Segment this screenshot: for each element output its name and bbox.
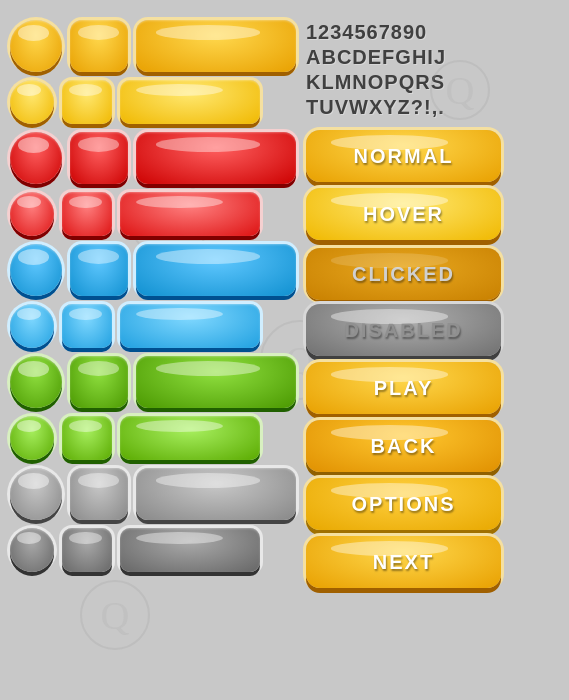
- square-red-hover[interactable]: [62, 192, 112, 236]
- square-green-hover[interactable]: [62, 416, 112, 460]
- button-row-red-normal: [10, 132, 296, 184]
- wide-gray-hover[interactable]: [120, 528, 260, 572]
- button-hover[interactable]: HOVER: [306, 188, 501, 240]
- square-gray-hover[interactable]: [62, 528, 112, 572]
- wide-blue-normal[interactable]: [136, 244, 296, 296]
- square-red-normal[interactable]: [70, 132, 128, 184]
- wide-green-hover[interactable]: [120, 416, 260, 460]
- button-row-yellow-normal: [10, 20, 296, 72]
- alphabet-display: 1234567890 ABCDEFGHIJ KLMNOPQRS TUVWXYZ?…: [306, 20, 559, 120]
- circle-blue-hover[interactable]: [10, 304, 54, 348]
- alpha-line2: ABCDEFGHIJ: [306, 45, 559, 70]
- button-grid: [10, 20, 296, 680]
- square-blue-hover[interactable]: [62, 304, 112, 348]
- wide-red-normal[interactable]: [136, 132, 296, 184]
- alpha-line4: TUVWXYZ?!,.: [306, 95, 559, 120]
- button-options[interactable]: OPTIONS: [306, 478, 501, 530]
- square-gray-normal[interactable]: [70, 468, 128, 520]
- alpha-line1: 1234567890: [306, 20, 559, 45]
- right-panel: 1234567890 ABCDEFGHIJ KLMNOPQRS TUVWXYZ?…: [306, 20, 559, 680]
- wide-red-hover[interactable]: [120, 192, 260, 236]
- wide-green-normal[interactable]: [136, 356, 296, 408]
- circle-yellow-normal[interactable]: [10, 20, 62, 72]
- wide-yellow-hover[interactable]: [120, 80, 260, 124]
- circle-red-normal[interactable]: [10, 132, 62, 184]
- button-row-yellow-hover: [10, 80, 296, 124]
- button-normal[interactable]: NORMAL: [306, 130, 501, 182]
- button-disabled: DISABLED: [306, 304, 501, 356]
- button-row-green-hover: [10, 416, 296, 460]
- button-row-blue-normal: [10, 244, 296, 296]
- circle-blue-normal[interactable]: [10, 244, 62, 296]
- square-green-normal[interactable]: [70, 356, 128, 408]
- button-play[interactable]: PLAY: [306, 362, 501, 414]
- circle-yellow-hover[interactable]: [10, 80, 54, 124]
- square-yellow-normal[interactable]: [70, 20, 128, 72]
- wide-yellow-normal[interactable]: [136, 20, 296, 72]
- wide-blue-hover[interactable]: [120, 304, 260, 348]
- circle-gray-hover[interactable]: [10, 528, 54, 572]
- main-container: 1234567890 ABCDEFGHIJ KLMNOPQRS TUVWXYZ?…: [0, 0, 569, 700]
- button-row-gray-normal: [10, 468, 296, 520]
- circle-gray-normal[interactable]: [10, 468, 62, 520]
- circle-green-normal[interactable]: [10, 356, 62, 408]
- square-yellow-hover[interactable]: [62, 80, 112, 124]
- circle-red-hover[interactable]: [10, 192, 54, 236]
- wide-gray-normal[interactable]: [136, 468, 296, 520]
- button-back[interactable]: BACK: [306, 420, 501, 472]
- button-row-green-normal: [10, 356, 296, 408]
- square-blue-normal[interactable]: [70, 244, 128, 296]
- button-row-red-hover: [10, 192, 296, 236]
- button-row-blue-hover: [10, 304, 296, 348]
- circle-green-hover[interactable]: [10, 416, 54, 460]
- button-clicked[interactable]: CLICKED: [306, 248, 501, 300]
- button-row-gray-hover: [10, 528, 296, 572]
- alpha-line3: KLMNOPQRS: [306, 70, 559, 95]
- button-next[interactable]: NEXT: [306, 536, 501, 588]
